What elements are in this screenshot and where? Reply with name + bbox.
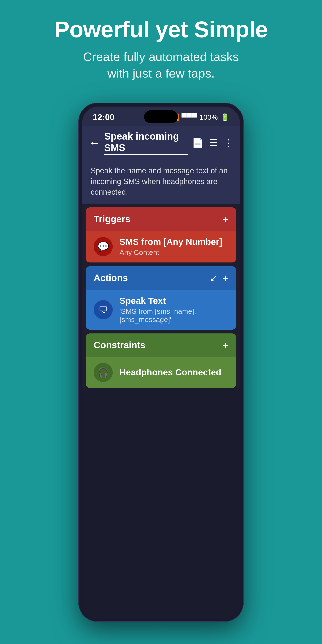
more-icon[interactable]: ⋮: [224, 137, 233, 148]
speak-text-icon-circle: 🗨: [94, 300, 113, 319]
hero-section: Powerful yet Simple Create fully automat…: [0, 0, 322, 94]
speak-text-title: Speak Text: [120, 296, 228, 306]
constraints-add-button[interactable]: +: [222, 339, 228, 351]
headphones-icon: 🎧: [98, 367, 109, 378]
task-description: Speak the name and message text of an in…: [82, 159, 240, 203]
hero-title: Powerful yet Simple: [54, 17, 268, 42]
constraints-header-icons: +: [222, 339, 228, 351]
triggers-header: Triggers +: [86, 208, 236, 231]
triggers-header-icons: +: [222, 213, 228, 225]
sms-trigger-title: SMS from [Any Number]: [120, 237, 222, 247]
app-title: Speak incoming SMS: [104, 130, 188, 155]
speak-icon: 🗨: [98, 304, 108, 315]
sections-container: Triggers + 💬 SMS from [Any Number] Any C…: [82, 204, 240, 618]
app-bar: ← Speak incoming SMS 📄 ☰ ⋮: [82, 126, 240, 159]
battery-text: 100%: [199, 113, 218, 122]
speak-text-subtitle: 'SMS from [sms_name], [sms_message]': [120, 307, 228, 324]
list-icon[interactable]: ☰: [210, 137, 218, 148]
phone-bottom-area: [82, 388, 240, 618]
actions-item-0[interactable]: 🗨 Speak Text 'SMS from [sms_name], [sms_…: [86, 290, 236, 330]
status-time: 12:00: [93, 112, 114, 122]
triggers-add-button[interactable]: +: [222, 213, 228, 225]
sms-icon: 💬: [98, 241, 109, 252]
notch-pill: [144, 110, 178, 123]
battery-icon: 🔋: [220, 113, 229, 122]
constraints-section: Constraints + 🎧 Headphones Connected: [86, 334, 236, 388]
speak-text-item-text: Speak Text 'SMS from [sms_name], [sms_me…: [120, 296, 228, 324]
sms-trigger-subtitle: Any Content: [120, 248, 222, 256]
triggers-title: Triggers: [94, 214, 130, 224]
headphones-icon-circle: 🎧: [94, 363, 113, 382]
constraints-title: Constraints: [94, 340, 145, 350]
headphones-title: Headphones Connected: [120, 367, 222, 378]
triggers-section: Triggers + 💬 SMS from [Any Number] Any C…: [86, 208, 236, 262]
phone-wrapper: 12:00 📶 ▀▀▀ 100% 🔋 ← Speak incoming SMS …: [78, 103, 244, 622]
back-button[interactable]: ←: [89, 136, 100, 149]
actions-header-icons: ⤢ +: [210, 272, 228, 284]
status-icons: 📶 ▀▀▀ 100% 🔋: [170, 113, 229, 122]
phone-outer: 12:00 📶 ▀▀▀ 100% 🔋 ← Speak incoming SMS …: [78, 103, 244, 622]
actions-add-button[interactable]: +: [222, 272, 228, 284]
phone-screen: 12:00 📶 ▀▀▀ 100% 🔋 ← Speak incoming SMS …: [82, 106, 240, 618]
triggers-item-0[interactable]: 💬 SMS from [Any Number] Any Content: [86, 231, 236, 262]
hero-subtitle: Create fully automated taskswith just a …: [83, 48, 239, 82]
constraints-header: Constraints +: [86, 334, 236, 357]
constraints-item-0[interactable]: 🎧 Headphones Connected: [86, 357, 236, 388]
headphones-item-text: Headphones Connected: [120, 367, 222, 378]
sms-trigger-icon-circle: 💬: [94, 237, 113, 256]
actions-title: Actions: [94, 273, 128, 283]
app-bar-icons: 📄 ☰ ⋮: [192, 137, 233, 148]
signal-icon: ▀▀▀: [182, 113, 197, 122]
actions-section: Actions ⤢ + 🗨 Speak Text 'SMS from [sms_…: [86, 266, 236, 330]
sms-trigger-text: SMS from [Any Number] Any Content: [120, 237, 222, 256]
file-icon[interactable]: 📄: [192, 137, 204, 148]
actions-header: Actions ⤢ +: [86, 266, 236, 290]
actions-expand-button[interactable]: ⤢: [210, 273, 217, 283]
